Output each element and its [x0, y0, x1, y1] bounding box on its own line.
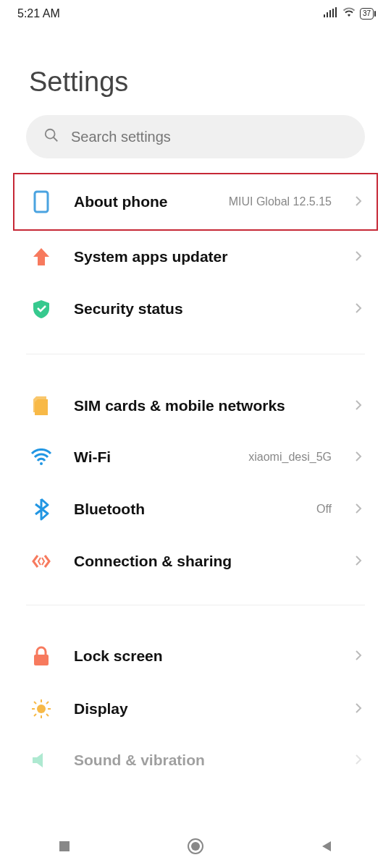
- svg-point-21: [191, 842, 200, 851]
- item-label: Security status: [74, 300, 335, 318]
- svg-line-6: [54, 137, 58, 142]
- svg-rect-9: [34, 655, 49, 665]
- fade-overlay: [0, 799, 391, 827]
- signal-icon: [324, 7, 338, 20]
- settings-item-wifi[interactable]: Wi-Fi xiaomi_desi_5G: [14, 433, 377, 482]
- settings-item-lock-screen[interactable]: Lock screen: [14, 630, 377, 682]
- bluetooth-icon: [29, 498, 54, 521]
- svg-rect-7: [35, 192, 48, 212]
- status-time: 5:21 AM: [17, 7, 60, 20]
- svg-rect-1: [327, 12, 328, 17]
- svg-line-15: [34, 702, 36, 704]
- settings-item-sound[interactable]: Sound & vibration: [14, 736, 377, 785]
- sun-icon: [29, 698, 54, 720]
- wifi-icon: [29, 448, 54, 466]
- search-bar[interactable]: [26, 115, 365, 158]
- settings-item-sim[interactable]: SIM cards & mobile networks: [14, 379, 377, 433]
- arrow-up-icon: [29, 247, 54, 267]
- search-icon: [43, 127, 59, 146]
- status-bar: 5:21 AM 37: [0, 0, 391, 23]
- item-label: Bluetooth: [74, 501, 296, 518]
- svg-rect-2: [329, 10, 331, 17]
- settings-item-display[interactable]: Display: [14, 682, 377, 736]
- status-right: 37: [324, 7, 374, 20]
- chevron-right-icon: [355, 553, 362, 570]
- wifi-icon: [342, 7, 356, 20]
- page-title: Settings: [0, 23, 391, 115]
- item-value: xiaomi_desi_5G: [248, 451, 332, 464]
- item-label: Sound & vibration: [74, 752, 335, 769]
- connection-icon: [29, 553, 54, 570]
- svg-line-16: [46, 714, 49, 716]
- sound-icon: [29, 752, 54, 769]
- svg-point-10: [37, 705, 46, 713]
- svg-rect-19: [59, 841, 70, 851]
- item-label: Lock screen: [74, 647, 335, 665]
- item-label: Connection & sharing: [74, 553, 335, 570]
- settings-item-about-phone[interactable]: About phone MIUI Global 12.5.15: [14, 174, 377, 229]
- divider: [26, 605, 365, 605]
- svg-line-17: [34, 714, 36, 716]
- item-label: Display: [74, 700, 335, 718]
- settings-item-system-apps-updater[interactable]: System apps updater: [14, 231, 377, 283]
- item-label: SIM cards & mobile networks: [74, 397, 335, 414]
- item-value: MIUI Global 12.5.15: [229, 195, 332, 208]
- chevron-right-icon: [355, 701, 362, 718]
- phone-icon: [29, 190, 54, 213]
- search-input[interactable]: [71, 129, 348, 145]
- chevron-right-icon: [355, 752, 362, 769]
- nav-recent-icon[interactable]: [57, 839, 72, 856]
- svg-point-8: [40, 462, 43, 465]
- chevron-right-icon: [355, 398, 362, 414]
- navigation-bar: [0, 827, 391, 868]
- svg-rect-4: [335, 7, 337, 17]
- about-phone-highlight: About phone MIUI Global 12.5.15: [13, 173, 378, 231]
- svg-line-18: [46, 702, 49, 704]
- chevron-right-icon: [355, 449, 362, 466]
- shield-icon: [29, 299, 54, 319]
- settings-item-security-status[interactable]: Security status: [14, 283, 377, 335]
- item-label: System apps updater: [74, 248, 335, 265]
- divider: [26, 354, 365, 354]
- nav-back-icon[interactable]: [319, 839, 334, 856]
- chevron-right-icon: [355, 301, 362, 318]
- nav-home-icon[interactable]: [186, 837, 205, 859]
- chevron-right-icon: [355, 249, 362, 265]
- chevron-right-icon: [355, 648, 362, 665]
- svg-rect-0: [324, 14, 325, 17]
- chevron-right-icon: [355, 501, 362, 518]
- settings-item-connection-sharing[interactable]: Connection & sharing: [14, 537, 377, 586]
- chevron-right-icon: [355, 194, 362, 210]
- battery-icon: 37: [360, 8, 374, 20]
- svg-point-5: [46, 129, 55, 139]
- lock-icon: [29, 646, 54, 666]
- sim-icon: [29, 395, 54, 417]
- item-label: Wi-Fi: [74, 448, 228, 466]
- settings-item-bluetooth[interactable]: Bluetooth Off: [14, 482, 377, 537]
- item-label: About phone: [74, 193, 209, 210]
- svg-rect-3: [332, 9, 334, 17]
- item-value: Off: [316, 503, 332, 516]
